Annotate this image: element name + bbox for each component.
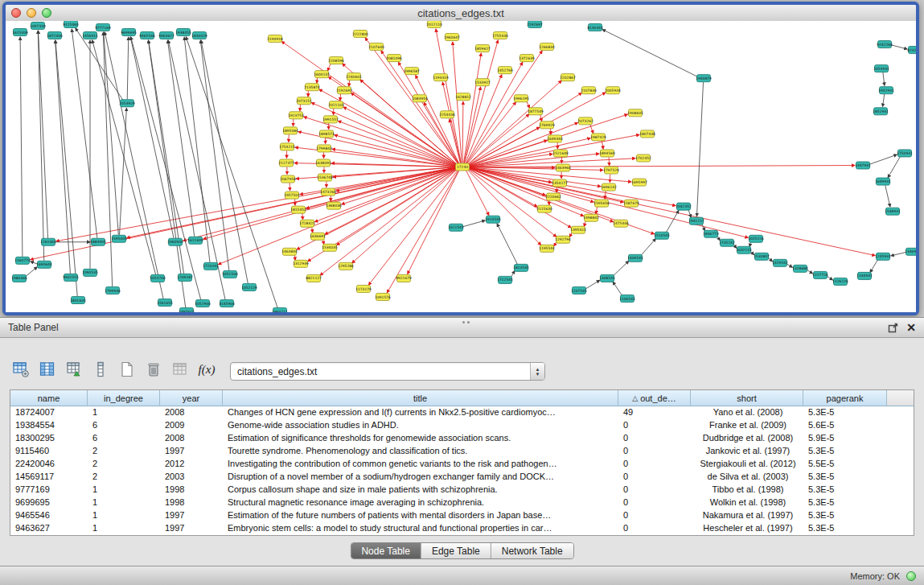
graph-node[interactable]: 1957501	[284, 192, 300, 199]
table-cell[interactable]: 9463627	[10, 522, 88, 535]
graph-edge[interactable]	[870, 154, 897, 164]
graph-node[interactable]: 1536748	[317, 174, 333, 181]
graph-edge[interactable]	[349, 80, 350, 86]
graph-edge[interactable]	[319, 89, 456, 165]
graph-node[interactable]: 1456911	[82, 32, 98, 39]
graph-node[interactable]: 8232269	[907, 47, 916, 54]
graph-edge[interactable]	[365, 38, 458, 164]
graph-edge[interactable]	[540, 114, 542, 122]
merge-table-button[interactable]	[169, 358, 191, 381]
table-cell[interactable]: 5.3E-5	[803, 471, 887, 484]
network-graph[interactable]: 1615009109733018724009115460145691197771…	[6, 21, 916, 312]
graph-node[interactable]: 1292794	[555, 236, 571, 243]
table-cell[interactable]: 0	[618, 484, 691, 496]
graph-node[interactable]: 1636691	[310, 233, 326, 240]
graph-node[interactable]: 2192697	[336, 87, 352, 94]
graph-node[interactable]: 2254436	[439, 111, 455, 118]
table-cell[interactable]: Franke et al. (2009)	[691, 419, 803, 432]
table-cell[interactable]: Estimation of significance thresholds fo…	[223, 432, 618, 445]
graph-node[interactable]: 1914545	[485, 216, 501, 223]
close-panel-button[interactable]: ✕	[906, 323, 916, 332]
graph-edge[interactable]	[470, 154, 599, 167]
graph-node[interactable]: 1534035	[322, 244, 338, 251]
graph-node[interactable]: 1894569	[599, 150, 615, 157]
table-cell[interactable]: 1	[88, 496, 160, 509]
table-cell[interactable]: Investigating the contribution of common…	[223, 458, 618, 471]
table-cell[interactable]: 14569117	[10, 471, 88, 484]
column-header-in_degree[interactable]: in_degree	[88, 390, 160, 406]
graph-edge[interactable]	[883, 94, 885, 106]
graph-node[interactable]: 9902555	[63, 274, 79, 281]
graph-node[interactable]: 1395415	[570, 226, 586, 233]
graph-edge[interactable]	[596, 207, 598, 214]
table-row[interactable]: 1456911722003Disruption of a novel membe…	[10, 471, 914, 484]
zoom-window-button[interactable]	[42, 8, 51, 18]
graph-node[interactable]: 2021103	[328, 101, 344, 109]
graph-node[interactable]: 1860211	[272, 307, 288, 312]
graph-node[interactable]: 2081096	[386, 55, 402, 62]
graph-edge[interactable]	[72, 29, 97, 238]
graph-node[interactable]: 8130344	[587, 24, 603, 31]
graph-node[interactable]: 1872400	[47, 32, 63, 39]
graph-node[interactable]: 1952931	[878, 87, 894, 94]
graph-node[interactable]: 9115460	[63, 21, 79, 28]
panel-splitter-grip[interactable]	[462, 321, 465, 323]
table-cell[interactable]: Stergiakouli et al. (2012)	[691, 458, 803, 471]
graph-node[interactable]: 1530807	[754, 253, 770, 260]
table-cell[interactable]: 1998	[160, 484, 223, 496]
graph-node[interactable]: 2240601	[346, 73, 362, 80]
table-cell[interactable]: Hescheler et al. (1997)	[691, 522, 803, 535]
new-column-button[interactable]	[89, 358, 112, 381]
table-selector-combobox[interactable]: citations_edges.txt ▲▼	[230, 362, 545, 381]
graph-node[interactable]: 9465546	[139, 32, 155, 39]
graph-node[interactable]: 1836773	[703, 230, 719, 237]
graph-node[interactable]: 1106545	[619, 295, 635, 302]
table-cell[interactable]: 5.3E-5	[803, 509, 887, 522]
table-cell[interactable]: 1997	[160, 509, 223, 522]
graph-node[interactable]: 8821127	[306, 274, 322, 282]
graph-edge[interactable]	[463, 220, 485, 227]
graph-node[interactable]: 2192697	[527, 21, 543, 28]
graph-node[interactable]: 1473260	[320, 188, 336, 196]
graph-edge[interactable]	[613, 261, 629, 276]
graph-edge[interactable]	[641, 239, 656, 256]
graph-node[interactable]: 1561655	[157, 299, 173, 306]
graph-edge[interactable]	[497, 224, 517, 265]
graph-edge[interactable]	[314, 168, 455, 221]
graph-node[interactable]: 1052129	[241, 283, 257, 290]
table-cell[interactable]: 0	[618, 471, 691, 484]
graph-node[interactable]: 1209187	[177, 274, 193, 281]
graph-node[interactable]: 1702452	[635, 154, 651, 162]
table-cell[interactable]: Embryonic stem cells: a model to study s…	[223, 522, 618, 535]
graph-node[interactable]: 1695997	[631, 179, 647, 186]
table-cell[interactable]: 2008	[160, 406, 223, 419]
graph-edge[interactable]	[26, 267, 37, 277]
graph-node[interactable]: 1463844	[281, 248, 298, 255]
table-cell[interactable]: 5.9E-5	[803, 432, 887, 445]
table-cell[interactable]: 1	[88, 522, 160, 535]
graph-node[interactable]: 1941217	[688, 217, 704, 225]
graph-node[interactable]: 1126226	[832, 278, 848, 285]
graph-edge[interactable]	[218, 168, 455, 264]
graph-node[interactable]: 1712545	[497, 276, 513, 283]
float-panel-button[interactable]	[888, 323, 898, 333]
show-columns-button[interactable]	[36, 358, 59, 381]
graph-edge[interactable]	[883, 72, 885, 85]
graph-node[interactable]: 1638091	[315, 159, 331, 167]
function-builder-button[interactable]: f(x)	[195, 358, 218, 381]
graph-node[interactable]: 1144931	[856, 272, 873, 279]
graph-node[interactable]: 2073262	[577, 117, 593, 125]
graph-edge[interactable]	[55, 40, 77, 296]
graph-node[interactable]: 2202867	[560, 74, 576, 81]
new-document-button[interactable]	[116, 358, 138, 381]
graph-node[interactable]: 1463960	[555, 164, 571, 171]
graph-node[interactable]: 1735242	[719, 239, 735, 246]
graph-node[interactable]: 1797529	[603, 167, 619, 174]
graph-node[interactable]: 1830029	[191, 32, 207, 39]
network-view-window[interactable]: citations_edges.txt 16150091097330187240…	[2, 2, 919, 315]
graph-node[interactable]: 1295286	[338, 262, 354, 270]
graph-edge[interactable]	[408, 171, 459, 274]
graph-edge[interactable]	[467, 102, 516, 164]
graph-node[interactable]: 1996195	[513, 95, 529, 102]
graph-edge[interactable]	[666, 210, 679, 232]
